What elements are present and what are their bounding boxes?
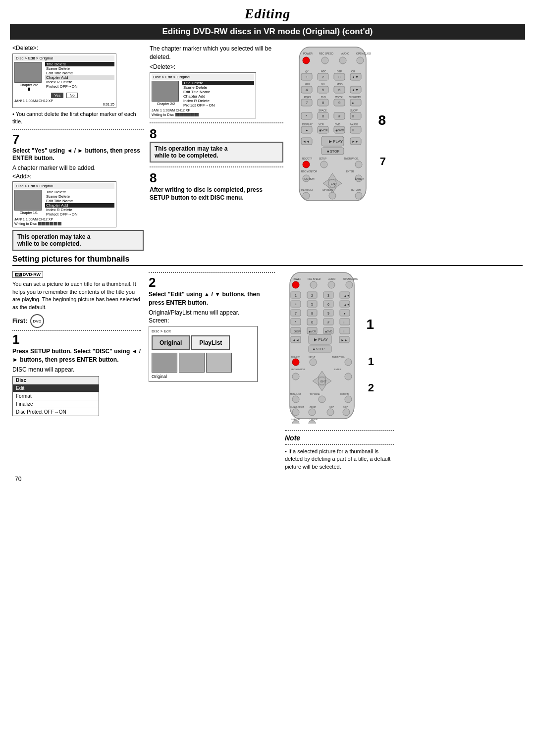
- step1-normal: DISC menu will appear.: [12, 366, 141, 373]
- svg-text:DISP: DISP: [294, 330, 301, 333]
- svg-text:1: 1: [295, 294, 297, 297]
- svg-point-176: [345, 396, 352, 403]
- screen-add-m3: Chapter Add: [45, 203, 114, 208]
- svg-text:PAUSE: PAUSE: [350, 123, 358, 126]
- svg-text:●: ●: [352, 101, 354, 105]
- screen1-left: Chapter 2/2 ⏸: [14, 62, 43, 92]
- svg-text:2: 2: [322, 75, 324, 79]
- svg-text:▲▼: ▲▼: [352, 75, 359, 79]
- section-header: Editing DVD-RW discs in VR mode (Origina…: [10, 24, 525, 40]
- svg-text:PQRS: PQRS: [304, 96, 312, 99]
- svg-rect-134: [340, 319, 350, 325]
- screen2-m3: Chapter Add: [182, 94, 254, 99]
- remote-bottom: POWER REC SPEED AUDIO OPEN/CLOSE: [285, 270, 359, 424]
- svg-text:5: 5: [322, 88, 324, 92]
- svg-point-6: [321, 57, 328, 64]
- screen1-thumbnail: [14, 62, 42, 83]
- screen2-chapter: Chapter 2/2: [152, 102, 180, 106]
- disc-menu-finalize: Finalize: [13, 400, 99, 408]
- svg-text:RETURN: RETURN: [340, 393, 349, 395]
- svg-point-182: [309, 409, 316, 416]
- page-wrapper: Editing Editing DVD-RW discs in VR mode …: [0, 0, 535, 483]
- original-button[interactable]: Original: [152, 335, 190, 350]
- svg-point-95: [303, 192, 310, 199]
- svg-text:▲▼: ▲▼: [344, 294, 350, 297]
- screen2-m1: Scene Delete: [182, 85, 254, 90]
- svg-text:CLEAR-RESET: CLEAR-RESET: [290, 406, 305, 408]
- step7-normal: A chapter marker will be added.: [12, 164, 144, 171]
- dotted-line-bottom1: [12, 330, 141, 331]
- svg-text:TIMER PROG.: TIMER PROG.: [332, 356, 345, 358]
- svg-text:POWER: POWER: [293, 278, 302, 280]
- svg-point-181: [292, 409, 299, 416]
- svg-text:4: 4: [306, 88, 308, 92]
- dotted-line-mid2: [150, 166, 283, 167]
- svg-point-169: [292, 373, 299, 380]
- step8-number: 8: [150, 127, 283, 140]
- screen1-yes: Yes: [51, 93, 63, 98]
- note-text: • If a selected picture for a thumbnail …: [285, 448, 394, 471]
- svg-text:II: II: [352, 114, 354, 118]
- svg-text:MENU/LIST: MENU/LIST: [301, 189, 313, 191]
- svg-text:AUDIO: AUDIO: [341, 52, 349, 55]
- add-label: <Add>:: [12, 173, 144, 180]
- screen-add-chapter: Chapter 1/1: [14, 211, 43, 215]
- screen-add-m4: Index R Delete: [45, 208, 114, 212]
- orig-playlist-screen: Disc > Edit Original PlayList Original: [149, 326, 258, 382]
- svg-text:◉VCR: ◉VCR: [319, 129, 328, 132]
- right-column: 8 7 POWER REC SPEED AUDIO OPEN/CLOSE: [289, 45, 523, 251]
- dotted-line-mid: [150, 122, 283, 123]
- step-badge-2: 2: [368, 381, 374, 394]
- svg-text:◉DVD: ◉DVD: [325, 330, 332, 333]
- svg-text:MNO: MNO: [337, 83, 343, 86]
- svg-text:ZOOM: ZOOM: [310, 406, 316, 408]
- svg-text:*: *: [306, 114, 307, 118]
- svg-text:#: #: [327, 321, 329, 324]
- svg-text:►►: ►►: [352, 140, 359, 143]
- svg-point-5: [303, 57, 310, 64]
- orig-thumb-1: [152, 353, 177, 373]
- svg-text:TOP MENU: TOP MENU: [321, 189, 333, 191]
- screen2-m2: Edit Title Name: [182, 90, 254, 94]
- svg-point-174: [292, 396, 299, 403]
- dvd-icon: DVD: [30, 314, 44, 328]
- svg-text:REC SPEED: REC SPEED: [308, 278, 321, 280]
- svg-point-175: [319, 396, 325, 403]
- screen-add-m0: Title Delete: [45, 190, 114, 194]
- mid-column: The chapter marker which you selected wi…: [150, 45, 283, 251]
- highlight-box-1: This operation may take a while to be co…: [12, 230, 144, 251]
- step2-screen-label: Screen:: [149, 317, 275, 324]
- svg-text:►►: ►►: [341, 338, 348, 342]
- svg-point-159: [310, 359, 317, 366]
- svg-text:REC/OTR: REC/OTR: [291, 356, 300, 358]
- svg-text:SETUP: SETUP: [319, 158, 326, 160]
- svg-text:●: ●: [344, 312, 346, 315]
- svg-text:REC/OTR: REC/OTR: [302, 158, 313, 160]
- step-badge-1b: 1: [368, 355, 374, 368]
- screen2-m0: Title Delete: [182, 81, 254, 85]
- svg-text:8: 8: [322, 101, 324, 105]
- svg-text:8: 8: [311, 312, 313, 315]
- dotted-line-1: [12, 129, 144, 130]
- svg-text:JKL: JKL: [321, 83, 325, 86]
- screen-add-menu: Title Delete Scene Delete Edit Title Nam…: [45, 190, 114, 216]
- svg-point-170: [345, 373, 352, 380]
- svg-text:SETUP: SETUP: [309, 356, 316, 358]
- step-badge-7: 7: [380, 155, 386, 168]
- svg-text:SKIP: SKIP: [343, 406, 348, 408]
- playlist-button[interactable]: PlayList: [191, 335, 230, 350]
- orig-thumb-3: [206, 353, 232, 373]
- orig-thumbnails-row: [152, 353, 255, 373]
- svg-text:▶ PLAY: ▶ PLAY: [329, 139, 343, 144]
- screen-add-m1: Scene Delete: [45, 194, 114, 199]
- screen-add-m2: Edit Title Name: [45, 199, 114, 203]
- screen2-writing: Writing to Disc: [152, 113, 254, 116]
- screen1-pause: ⏸: [14, 87, 43, 92]
- screen1-yesno: Yes No: [14, 93, 114, 98]
- vr-label: VR: [15, 273, 22, 276]
- chapter-delete-text: The chapter marker which you selected wi…: [150, 45, 283, 61]
- highlight-box-mid: This operation may take a while to be co…: [150, 142, 283, 162]
- svg-text:◄◄: ◄◄: [292, 338, 299, 342]
- step-badge-1a: 1: [366, 317, 374, 332]
- screen-1: Disc > Edit > Original Chapter 2/2 ⏸ Tit…: [12, 54, 116, 108]
